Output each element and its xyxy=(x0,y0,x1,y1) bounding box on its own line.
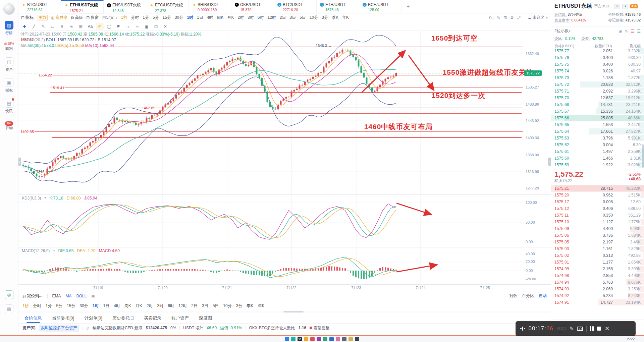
timeframe-6时[interactable]: 6时 xyxy=(258,15,264,20)
alert-icon[interactable]: ⚐ xyxy=(614,4,620,9)
bid-row[interactable]: 1575.170.00812.60 xyxy=(551,198,644,205)
timeframe-5日[interactable]: 5日 xyxy=(300,15,306,20)
taskbar-app-icon[interactable] xyxy=(317,337,321,341)
bid-row[interactable]: 1575.031.1611.829K xyxy=(551,245,644,252)
taskbar-app-icon[interactable] xyxy=(336,337,340,341)
pair-tab[interactable]: ✕OKB/USDT15.379 xyxy=(231,0,274,13)
taskbar-app-icon[interactable] xyxy=(304,337,308,341)
bid-row[interactable]: 1575.110.350551.29 xyxy=(551,212,644,219)
timeframe-1秒[interactable]: 1秒 xyxy=(22,303,29,309)
sidebar-item-assets[interactable]: ◫ 资产 xyxy=(0,57,18,72)
draw-tool-icon-1[interactable]: ╱ xyxy=(30,23,38,30)
ask-row[interactable]: 1575.601.4662.31K xyxy=(551,155,644,162)
timeframe-1时[interactable]: 1时 xyxy=(187,15,193,20)
ask-row[interactable]: 1575.6625.80540.66K xyxy=(551,115,644,121)
ask-row[interactable]: 1575.633.7965.981K xyxy=(551,135,644,141)
taskbar-app-icon[interactable] xyxy=(285,337,289,341)
pair-tab[interactable]: ◆ETC/USDT永续27.378 xyxy=(146,0,189,13)
annotate-pencil-icon[interactable]: ✎ xyxy=(570,326,574,332)
bid-row[interactable]: 1575.101.1271.775K xyxy=(551,219,644,225)
ask-row[interactable]: 1575.6715.33624.164K xyxy=(551,108,644,115)
add-pane-icon[interactable]: ⊞ xyxy=(503,15,507,20)
timeframe-季K[interactable]: 季K xyxy=(247,303,253,309)
chart-canvas[interactable]: 时间:2022-07-23 15:00 开:1580.42 高:1585.08 … xyxy=(18,31,551,291)
screenshot-camera-icon[interactable] xyxy=(577,327,583,331)
boll-toggle[interactable]: BOLL xyxy=(76,294,87,298)
bid-row[interactable]: 1575.200.9621.515K xyxy=(551,192,644,198)
right-collapse-handle[interactable]: ▸ xyxy=(548,158,551,166)
settings-gear-icon[interactable]: ⚙ xyxy=(510,15,514,20)
left-collapse-handle[interactable]: ▸ xyxy=(18,158,21,166)
ask-row[interactable]: 1575.6814.73123.211K xyxy=(551,101,644,108)
timeframe-30分[interactable]: 30分 xyxy=(175,15,183,20)
add-frame-icon[interactable]: ⊞ xyxy=(619,29,622,34)
ask-row[interactable]: 1575.651.5532.447K xyxy=(551,121,644,128)
ask-row[interactable]: 1575.6417.66127.827K xyxy=(551,128,644,135)
tab-计划单[0][interactable]: 计划单[0] xyxy=(84,313,103,323)
stop-button[interactable] xyxy=(597,327,601,331)
favorite-star-icon[interactable]: ★ xyxy=(622,4,628,9)
timeframe-5日[interactable]: 5日 xyxy=(213,303,219,309)
bid-row[interactable]: 1574.925.2348.243K xyxy=(551,292,644,299)
timeframe-30分[interactable]: 30分 xyxy=(79,303,88,309)
timeframe-年K[interactable]: 年K xyxy=(258,303,264,309)
taskbar-app-icon[interactable]: 98 xyxy=(298,337,302,341)
usdt-otc-label[interactable]: USDT 場外 xyxy=(183,325,203,331)
ask-row[interactable]: 1575.620.0046.30 xyxy=(551,141,644,148)
bid-row[interactable]: 1575.2128.71545.232K xyxy=(551,185,644,192)
timeframe-1秒[interactable]: 1秒 xyxy=(121,15,127,20)
idea-icon[interactable]: ◎ xyxy=(5,290,13,299)
collapse-icon[interactable]: ∨ xyxy=(20,38,23,42)
main-force-tag[interactable]: 主力 xyxy=(37,15,48,20)
ask-row[interactable]: 1575.591.9223.028K xyxy=(551,162,644,168)
timeframe-4时[interactable]: 4时 xyxy=(207,15,213,20)
timeframe-10分[interactable]: 10分 xyxy=(223,303,231,309)
timeframe-月K[interactable]: 月K xyxy=(227,15,234,20)
tab-深度图[interactable]: 深度图 xyxy=(198,313,213,323)
nasdaq-label[interactable]: 纳斯达克指数期货CFD-新浪 xyxy=(93,325,143,331)
app-logo[interactable] xyxy=(3,3,15,15)
timeframe-分时[interactable]: 分时 xyxy=(131,15,139,20)
draw-tool-icon-3[interactable]: ▭ xyxy=(49,23,57,30)
timeframe-1日[interactable]: 1日 xyxy=(197,15,203,20)
price-alert-label[interactable]: 1462.85 xyxy=(141,106,156,110)
bid-row[interactable]: 1574.9114.72723.194K xyxy=(551,299,644,306)
draw-tool-icon-4[interactable]: ≡ xyxy=(58,23,66,30)
ask-row[interactable]: 1575.772.0513.232K xyxy=(551,48,644,54)
bid-row[interactable]: 1575.020.313492.98 xyxy=(551,252,644,259)
timeframe-1分[interactable]: 1分 xyxy=(143,15,149,20)
auto-scale-toggle[interactable]: 自动 xyxy=(539,293,547,299)
locate-button[interactable]: ◎ 定位到... xyxy=(22,293,43,299)
draw-tool-icon-5[interactable]: ∿ xyxy=(67,23,75,30)
ask-row[interactable]: 1575.731.1881.872K xyxy=(551,74,644,81)
draw-tool-icon-2[interactable]: ✎ xyxy=(39,23,47,30)
pair-tab[interactable]: ◆ETH/USDT永续1575.21 xyxy=(61,0,104,13)
draw-tool-icon-9[interactable]: ◯ xyxy=(105,23,113,30)
draw-tool-icon-8[interactable]: ✐ xyxy=(96,23,104,30)
timeframe-分时[interactable]: 分时 xyxy=(33,303,41,309)
book-bids-icon[interactable]: ☰ xyxy=(637,29,641,34)
fullscreen-icon[interactable]: ⤢ xyxy=(517,15,521,20)
sidebar-item-news[interactable]: ▤ 快讯 xyxy=(0,99,18,114)
timeframe-年K[interactable]: 年K xyxy=(342,15,349,20)
bid-row[interactable]: 1575.011.1771.854K xyxy=(551,259,644,266)
draw-tool-icon-11[interactable]: ∩ xyxy=(124,23,132,30)
timeframe-10分[interactable]: 10分 xyxy=(310,15,318,20)
tab-合约信息[interactable]: 合约信息 xyxy=(24,313,43,323)
bid-row[interactable]: 1574.932.0693.259K xyxy=(551,286,644,292)
draw-tool-icon-0[interactable]: ✚ xyxy=(20,23,29,30)
pair-tab[interactable]: ◆BTC/USDT22716.62 xyxy=(18,0,61,13)
timeframe-3日[interactable]: 3日 xyxy=(202,303,208,309)
edit-indicators-icon[interactable]: ▣ xyxy=(91,294,95,298)
decimals-dropdown[interactable]: 2位小数 xyxy=(554,28,569,34)
timeframe-15分[interactable]: 15分 xyxy=(67,303,75,309)
book-split-icon[interactable]: ⇅ xyxy=(625,29,628,34)
taskbar-app-icon[interactable] xyxy=(355,337,359,341)
tab-买卖记录[interactable]: 买卖记录 xyxy=(143,313,162,323)
bid-row[interactable]: 1574.992.1583.399K xyxy=(551,266,644,272)
timeframe-15分[interactable]: 15分 xyxy=(163,15,171,20)
monitor-link[interactable]: 实时监控多平台资产 xyxy=(39,325,79,332)
chevron-down-icon[interactable]: ▾ xyxy=(53,248,55,253)
price-alert-label[interactable]: 1402.35 xyxy=(20,130,35,134)
bid-row[interactable]: 1575.094.4006.93K xyxy=(551,225,644,232)
